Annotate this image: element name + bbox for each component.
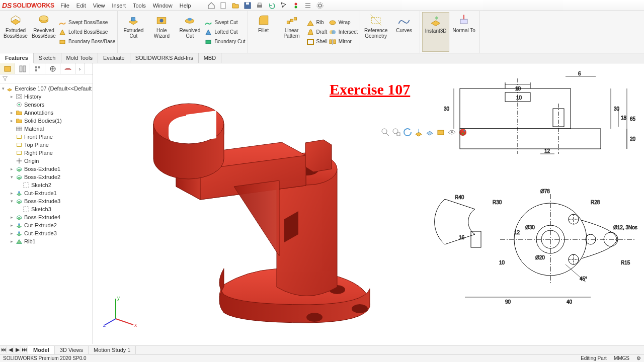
tree-item[interactable]: ▸Boss-Extrude4 <box>0 213 93 221</box>
swept-boss-button[interactable]: Swept Boss/Base <box>58 19 115 27</box>
tree-item[interactable]: ▸Cut-Extrude1 <box>0 189 93 197</box>
panel-tab-dimxpert-icon[interactable] <box>45 63 60 74</box>
tree-item[interactable]: Material <box>0 125 93 133</box>
home-icon[interactable] <box>206 1 217 10</box>
tree-item[interactable]: Front Plane <box>0 133 93 141</box>
settings-gear-icon[interactable] <box>314 1 326 10</box>
tree-item[interactable]: ▸Annotations <box>0 109 93 117</box>
tab-solidworks-addins[interactable]: SOLIDWORKS Add-Ins <box>130 53 199 63</box>
menu-help[interactable]: Help <box>177 2 194 10</box>
new-icon[interactable] <box>218 1 229 10</box>
rebuild-icon[interactable] <box>290 1 301 10</box>
panel-tab-property-manager-icon[interactable] <box>15 63 30 74</box>
menu-search-icon[interactable] <box>195 2 201 10</box>
tree-item[interactable]: ▸Boss-Extrude1 <box>0 165 93 173</box>
normal-to-button[interactable]: Normal To <box>450 12 477 52</box>
boundary-cut-button[interactable]: Boundary Cut <box>204 38 245 46</box>
menu-view[interactable]: View <box>90 2 108 10</box>
menu-insert[interactable]: Insert <box>109 2 129 10</box>
tab-mold-tools[interactable]: Mold Tools <box>61 53 98 63</box>
panel-tab-display-icon[interactable] <box>60 63 75 74</box>
revolved-boss-button[interactable]: Revolved Boss/Base <box>30 12 57 52</box>
extruded-cut-button[interactable]: Extruded Cut <box>120 12 147 52</box>
menu-edit[interactable]: Edit <box>73 2 89 10</box>
tree-item[interactable]: Sketch3 <box>0 205 93 213</box>
dim: 10 <box>516 95 522 101</box>
bottom-tab-motion-study[interactable]: Motion Study 1 <box>89 346 136 354</box>
dim: 12 <box>544 148 550 154</box>
menu-file[interactable]: File <box>57 2 72 10</box>
fillet-button[interactable]: Fillet <box>250 12 277 52</box>
cut-icon <box>16 190 23 197</box>
boundary-boss-button[interactable]: Boundary Boss/Base <box>58 38 115 46</box>
hole-wizard-button[interactable]: Hole Wizard <box>148 12 175 52</box>
tree-item[interactable]: Top Plane <box>0 141 93 149</box>
tree-item[interactable]: ▸History <box>0 93 93 101</box>
tab-evaluate[interactable]: Evaluate <box>98 53 130 63</box>
lofted-boss-button[interactable]: Lofted Boss/Base <box>58 28 115 36</box>
select-icon[interactable] <box>278 1 289 10</box>
rib-button[interactable]: Rib <box>306 19 328 27</box>
filter-bar[interactable] <box>0 74 93 83</box>
tab-features[interactable]: Features <box>0 53 34 63</box>
extruded-boss-button[interactable]: Extruded Boss/Base <box>2 12 29 52</box>
tree-item[interactable]: ▸Solid Bodies(1) <box>0 117 93 125</box>
previous-view-icon[interactable] <box>403 128 412 137</box>
tree-root[interactable]: ▾ Exercise 107 (Default<<Default <box>0 84 93 93</box>
tab-mbd[interactable]: MBD <box>199 53 221 63</box>
panel-tab-configuration-icon[interactable] <box>30 63 45 74</box>
panel-tabs: › <box>0 63 93 74</box>
status-custom-icon[interactable]: ⚙ <box>636 355 641 361</box>
bottom-tab-model[interactable]: Model <box>28 346 55 354</box>
tree-item[interactable]: ▸Cut-Extrude3 <box>0 229 93 237</box>
svg-rect-6 <box>258 3 261 5</box>
zoom-fit-icon[interactable] <box>381 128 390 137</box>
print-icon[interactable] <box>254 1 265 10</box>
lofted-cut-button[interactable]: Lofted Cut <box>204 28 245 36</box>
reference-geometry-button[interactable]: Reference Geometry <box>362 12 389 52</box>
save-icon[interactable] <box>242 1 253 10</box>
menu-tools[interactable]: Tools <box>130 2 149 10</box>
linear-pattern-button[interactable]: Linear Pattern <box>278 12 305 52</box>
revolved-cut-button[interactable]: Revolved Cut <box>176 12 203 52</box>
orientation-triad[interactable]: y x z <box>103 294 138 329</box>
panel-tab-more-icon[interactable]: › <box>75 63 85 74</box>
dim: Ø12, 3Nos <box>613 225 637 230</box>
triad-z-label: z <box>103 322 106 328</box>
mirror-button[interactable]: Mirror <box>329 38 358 46</box>
wrap-button[interactable]: Wrap <box>329 19 358 27</box>
tree-item-label: Right Plane <box>24 150 53 156</box>
graphics-viewport[interactable]: Exercise 107 y x z <box>93 63 644 344</box>
svg-rect-24 <box>290 19 293 22</box>
draft-button[interactable]: Draft <box>306 28 328 36</box>
intersect-button[interactable]: Intersect <box>329 28 358 36</box>
swept-cut-button[interactable]: Swept Cut <box>204 19 245 27</box>
instant3d-button[interactable]: Instant3D <box>422 12 449 52</box>
svg-point-13 <box>317 3 323 9</box>
curves-button[interactable]: Curves <box>390 12 418 52</box>
tree-item[interactable]: ▸Cut-Extrude2 <box>0 221 93 229</box>
svg-point-19 <box>160 19 164 22</box>
tree-item[interactable]: Sketch2 <box>0 181 93 189</box>
tree-item[interactable]: Right Plane <box>0 149 93 157</box>
tree-item[interactable]: ▸Rib1 <box>0 237 93 245</box>
zoom-area-icon[interactable] <box>392 128 401 137</box>
tree-item[interactable]: ▾Boss-Extrude2 <box>0 173 93 181</box>
bottom-tab-3d-views[interactable]: 3D Views <box>55 346 89 354</box>
label: Extruded Cut <box>120 28 147 39</box>
options-list-icon[interactable] <box>302 1 313 10</box>
section-view-icon[interactable] <box>414 128 423 137</box>
open-icon[interactable] <box>230 1 241 10</box>
undo-icon[interactable] <box>266 1 277 10</box>
status-units[interactable]: MMGS <box>614 355 629 361</box>
shell-button[interactable]: Shell <box>306 38 328 46</box>
tab-sketch[interactable]: Sketch <box>34 53 61 63</box>
tree-item[interactable]: Origin <box>0 157 93 165</box>
tab-nav-arrows[interactable]: ⏮◀▶⏭ <box>0 346 28 353</box>
tree-item[interactable]: Sensors <box>0 101 93 109</box>
tree-item[interactable]: ▾Boss-Extrude3 <box>0 197 93 205</box>
rib-icon <box>16 238 23 245</box>
panel-tab-feature-tree-icon[interactable] <box>0 63 15 74</box>
dim: R30 <box>493 200 502 205</box>
menu-window[interactable]: Window <box>150 2 176 10</box>
